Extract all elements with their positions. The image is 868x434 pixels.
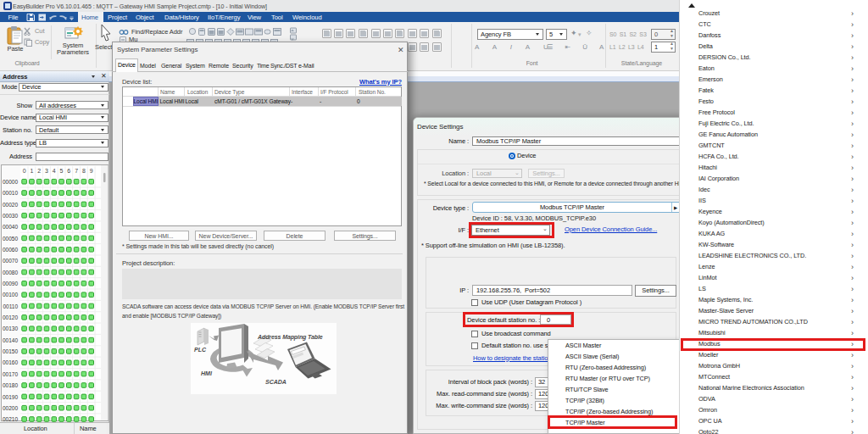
- svg-text:3: 3: [45, 168, 48, 174]
- svg-text:2: 2: [37, 168, 41, 174]
- svg-text:00200: 00200: [3, 405, 18, 411]
- svg-text:5: 5: [60, 168, 64, 174]
- svg-text:0: 0: [23, 168, 26, 174]
- svg-text:00060: 00060: [3, 247, 18, 253]
- svg-text:00000: 00000: [3, 179, 18, 185]
- svg-text:1: 1: [30, 168, 33, 174]
- svg-text:00110: 00110: [3, 303, 18, 309]
- svg-text:00070: 00070: [3, 258, 18, 264]
- svg-text:00120: 00120: [3, 314, 18, 320]
- svg-text:00100: 00100: [3, 292, 18, 298]
- svg-text:SCADA: SCADA: [265, 379, 287, 385]
- svg-text:4: 4: [53, 168, 56, 174]
- svg-text:00170: 00170: [3, 371, 18, 377]
- svg-text:00050: 00050: [3, 236, 18, 242]
- svg-text:00130: 00130: [3, 326, 18, 331]
- svg-text:00080: 00080: [3, 270, 18, 275]
- svg-text:8: 8: [82, 168, 86, 174]
- svg-text:00090: 00090: [3, 281, 18, 287]
- svg-text:PLC: PLC: [194, 347, 207, 353]
- svg-text:00140: 00140: [3, 337, 18, 343]
- svg-text:00010: 00010: [3, 190, 18, 196]
- svg-text:6: 6: [67, 168, 70, 174]
- svg-text:Address Mapping Table: Address Mapping Table: [257, 334, 323, 341]
- svg-text:00020: 00020: [3, 202, 18, 208]
- svg-text:7: 7: [75, 168, 78, 174]
- svg-text:HMI: HMI: [201, 370, 213, 376]
- svg-text:9: 9: [90, 168, 93, 174]
- svg-text:00160: 00160: [3, 359, 18, 365]
- svg-text:00180: 00180: [3, 382, 18, 388]
- svg-text:00030: 00030: [3, 213, 18, 219]
- svg-text:00150: 00150: [3, 348, 18, 354]
- svg-text:00040: 00040: [3, 224, 18, 230]
- svg-text:00190: 00190: [3, 394, 18, 400]
